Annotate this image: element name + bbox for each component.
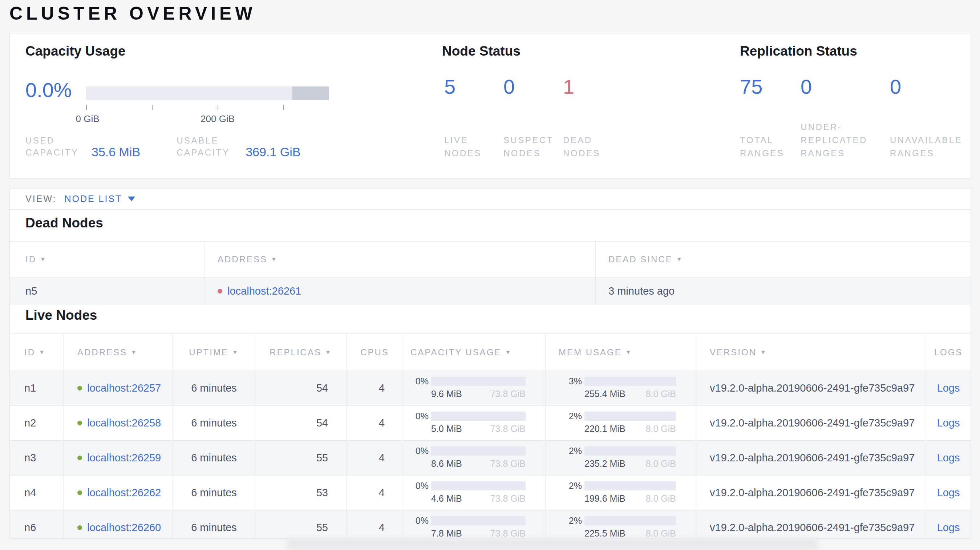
cell-address: localhost:26261 bbox=[204, 278, 595, 305]
mem-percent: 3% bbox=[569, 376, 582, 386]
node-address-link[interactable]: localhost:26260 bbox=[87, 522, 161, 534]
live-status-dot-icon bbox=[77, 386, 82, 391]
sort-desc-icon: ▼ bbox=[676, 256, 683, 263]
cell-uptime: 6 minutes bbox=[173, 406, 255, 440]
node-address-link[interactable]: localhost:26259 bbox=[87, 452, 161, 464]
live-node-row: n6 localhost:26260 6 minutes 55 4 0% 7.8… bbox=[10, 510, 970, 539]
mem-mini-bar bbox=[584, 412, 676, 421]
cell-logs: Logs bbox=[926, 441, 970, 475]
mem-mini-bar bbox=[584, 516, 676, 525]
capacity-usage-widget: 0% 9.6 MiB 73.8 GiB bbox=[403, 376, 526, 399]
live-nodes-label: LIVE NODES bbox=[444, 134, 499, 160]
column-header-cpus[interactable]: CPUS bbox=[346, 334, 403, 370]
logs-link[interactable]: Logs bbox=[937, 522, 960, 534]
cell-uptime: 6 minutes bbox=[173, 475, 255, 510]
cell-cpus: 4 bbox=[346, 510, 403, 539]
view-dropdown-value: NODE LIST bbox=[64, 194, 122, 204]
live-nodes-header-row: ID ▼ ADDRESS ▼ UPTIME ▼ REPLICAS ▼ CPUS bbox=[10, 334, 970, 370]
column-header-logs: LOGS bbox=[926, 334, 970, 370]
mem-usage-widget: 2% 220.1 MiB 8.0 GiB bbox=[546, 411, 676, 434]
cell-address: localhost:26259 bbox=[63, 441, 173, 475]
node-address-link[interactable]: localhost:26261 bbox=[228, 285, 301, 297]
mem-usage-widget: 2% 225.5 MiB 8.0 GiB bbox=[546, 515, 676, 539]
used-capacity-stat: USED CAPACITY 35.6 MiB bbox=[25, 134, 140, 158]
cell-node-id: n6 bbox=[10, 510, 63, 539]
total-ranges-count: 75 bbox=[740, 74, 796, 100]
usable-capacity-label: USABLE CAPACITY bbox=[177, 134, 237, 158]
capacity-percent: 0.0% bbox=[25, 78, 72, 102]
column-header-id[interactable]: ID ▼ bbox=[10, 334, 63, 370]
column-header-dead-since[interactable]: DEAD SINCE ▼ bbox=[595, 242, 970, 277]
cell-logs: Logs bbox=[926, 406, 970, 440]
header-label: ADDRESS bbox=[77, 347, 127, 358]
live-node-row: n2 localhost:26258 6 minutes 54 4 0% 5.0… bbox=[10, 405, 970, 440]
header-label: MEM USAGE bbox=[558, 347, 622, 358]
nodes-panel: Dead Nodes ID ▼ ADDRESS ▼ DEAD SINCE ▼ n… bbox=[10, 209, 971, 539]
node-address-link[interactable]: localhost:26258 bbox=[87, 417, 161, 429]
logs-link[interactable]: Logs bbox=[937, 487, 960, 499]
capacity-usage-title: Capacity Usage bbox=[25, 44, 126, 59]
live-nodes-section-title: Live Nodes bbox=[25, 308, 97, 323]
logs-link[interactable]: Logs bbox=[937, 417, 960, 429]
sort-desc-icon: ▼ bbox=[271, 256, 278, 263]
cell-uptime: 6 minutes bbox=[173, 441, 255, 475]
cell-node-id: n1 bbox=[10, 371, 63, 405]
column-header-id[interactable]: ID ▼ bbox=[10, 242, 204, 277]
cluster-overview-page: CLUSTER OVERVIEW Capacity Usage 0.0% 0 G… bbox=[0, 0, 980, 550]
cell-address: localhost:26262 bbox=[63, 475, 173, 510]
mem-usage-widget: 3% 255.4 MiB 8.0 GiB bbox=[546, 376, 676, 399]
column-header-uptime[interactable]: UPTIME ▼ bbox=[173, 334, 255, 370]
usable-capacity-value: 369.1 GiB bbox=[245, 145, 301, 159]
view-dropdown[interactable]: NODE LIST bbox=[64, 194, 135, 204]
total-ranges-label: TOTAL RANGES bbox=[740, 134, 796, 160]
cell-version: v19.2.0-alpha.20190606-2491-gfe735c9a97 bbox=[696, 406, 926, 440]
cell-cpus: 4 bbox=[346, 475, 403, 510]
column-header-replicas[interactable]: REPLICAS ▼ bbox=[255, 334, 346, 370]
capacity-usage-widget: 0% 4.6 MiB 73.8 GiB bbox=[403, 481, 526, 504]
column-header-mem-usage[interactable]: MEM USAGE ▼ bbox=[545, 334, 696, 370]
mem-max-value: 8.0 GiB bbox=[646, 389, 676, 399]
cell-uptime: 6 minutes bbox=[173, 371, 255, 405]
mem-max-value: 8.0 GiB bbox=[646, 458, 676, 469]
sort-desc-icon: ▼ bbox=[625, 349, 632, 356]
header-label: REPLICAS bbox=[269, 347, 321, 358]
cluster-summary-card: Capacity Usage 0.0% 0 GiB 200 GiB USED C… bbox=[10, 33, 971, 178]
capacity-percent: 0% bbox=[415, 515, 429, 526]
column-header-version[interactable]: VERSION ▼ bbox=[696, 334, 926, 370]
dead-nodes-metric: 1 DEAD NODES bbox=[563, 74, 617, 160]
cell-replicas: 55 bbox=[255, 510, 346, 539]
dead-nodes-count: 1 bbox=[563, 74, 617, 100]
header-label: VERSION bbox=[710, 347, 757, 358]
cell-version: v19.2.0-alpha.20190606-2491-gfe735c9a97 bbox=[696, 441, 926, 475]
column-header-capacity-usage[interactable]: CAPACITY USAGE ▼ bbox=[403, 334, 545, 370]
cell-capacity-usage: 0% 4.6 MiB 73.8 GiB bbox=[403, 475, 545, 510]
cell-version: v19.2.0-alpha.20190606-2491-gfe735c9a97 bbox=[696, 510, 926, 539]
node-address-link[interactable]: localhost:26262 bbox=[87, 487, 161, 499]
sort-desc-icon: ▼ bbox=[39, 349, 46, 356]
dead-status-dot-icon bbox=[218, 289, 222, 294]
chevron-down-icon bbox=[128, 197, 135, 201]
capacity-bar-endcap bbox=[293, 86, 329, 100]
cell-mem-usage: 2% 220.1 MiB 8.0 GiB bbox=[545, 406, 696, 440]
capacity-percent: 0% bbox=[415, 446, 429, 456]
column-header-address[interactable]: ADDRESS ▼ bbox=[63, 334, 173, 370]
capacity-percent: 0% bbox=[415, 481, 429, 491]
capacity-used-value: 9.6 MiB bbox=[431, 389, 462, 399]
capacity-mini-bar bbox=[431, 447, 526, 456]
suspect-nodes-count: 0 bbox=[503, 74, 562, 100]
node-address-link[interactable]: localhost:26257 bbox=[87, 382, 161, 394]
column-header-address[interactable]: ADDRESS ▼ bbox=[204, 242, 595, 277]
axis-tick bbox=[152, 105, 153, 110]
cell-replicas: 53 bbox=[255, 475, 346, 510]
logs-link[interactable]: Logs bbox=[937, 382, 960, 394]
header-label: UPTIME bbox=[189, 347, 229, 358]
used-capacity-label: USED CAPACITY bbox=[25, 134, 84, 158]
logs-link[interactable]: Logs bbox=[937, 452, 960, 464]
mem-used-value: 220.1 MiB bbox=[584, 424, 625, 434]
unavailable-ranges-metric: 0 UNAVAILABLE RANGES bbox=[890, 74, 970, 160]
live-status-dot-icon bbox=[77, 456, 82, 460]
mem-used-value: 235.2 MiB bbox=[584, 458, 625, 469]
mem-percent: 2% bbox=[569, 446, 582, 456]
mem-used-value: 199.6 MiB bbox=[584, 493, 625, 504]
replication-status-title: Replication Status bbox=[740, 44, 857, 59]
